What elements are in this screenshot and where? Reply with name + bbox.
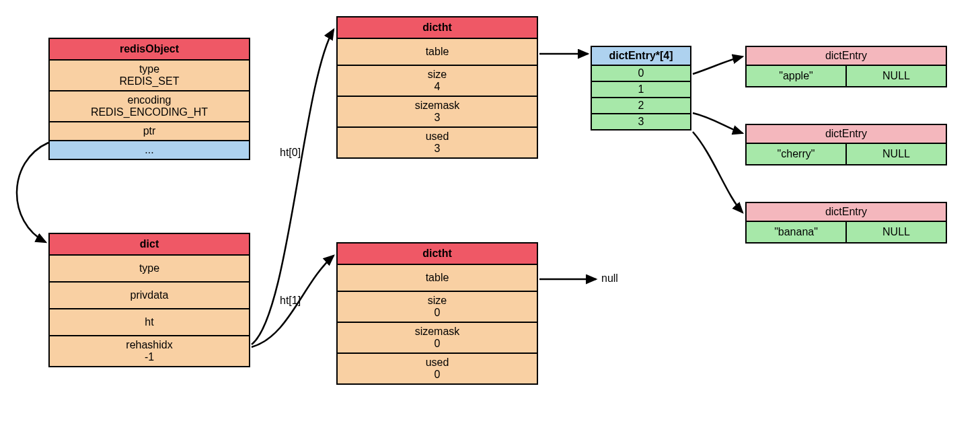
redis-object-title: redisObject <box>50 39 249 61</box>
dictht1-struct: dictht table size 0 sizemask 0 used 0 <box>336 242 538 385</box>
null-label: null <box>601 272 618 285</box>
dictht0-size-row: size 4 <box>338 66 537 97</box>
dict-entry-banana: dictEntry "banana" NULL <box>745 202 947 244</box>
dictht1-used-row: used 0 <box>338 354 537 383</box>
dict-entry-cherry-title: dictEntry <box>747 125 946 144</box>
redis-object-type-row: type REDIS_SET <box>50 61 249 91</box>
redis-object-rest-row: ... <box>50 141 249 159</box>
redis-object-encoding-row: encoding REDIS_ENCODING_HT <box>50 91 249 122</box>
dict-entry-apple: dictEntry "apple" NULL <box>745 46 947 87</box>
dict-privdata-row: privdata <box>50 283 249 309</box>
dict-type-row: type <box>50 256 249 283</box>
redis-object-ptr-row: ptr <box>50 122 249 141</box>
dict-entry-apple-key: "apple" <box>747 66 847 86</box>
dict-struct: dict type privdata ht rehashidx -1 <box>48 233 250 367</box>
dictht1-size-row: size 0 <box>338 292 537 323</box>
dict-entry-array-title: dictEntry*[4] <box>592 47 690 66</box>
dictht1-title: dictht <box>338 244 537 265</box>
dictht0-used-row: used 3 <box>338 128 537 157</box>
dictht1-table-row: table <box>338 265 537 292</box>
dict-entry-apple-next: NULL <box>847 66 946 86</box>
ht0-label: ht[0] <box>280 147 301 159</box>
dict-entry-banana-key: "banana" <box>747 222 847 242</box>
dict-entry-cherry-next: NULL <box>847 144 946 164</box>
dictht0-sizemask-row: sizemask 3 <box>338 97 537 128</box>
dictht1-sizemask-row: sizemask 0 <box>338 323 537 354</box>
dict-title: dict <box>50 234 249 256</box>
dictht0-table-row: table <box>338 39 537 66</box>
dict-entry-array-slot-0: 0 <box>592 66 690 82</box>
dict-entry-array-slot-1: 1 <box>592 82 690 98</box>
dict-entry-banana-title: dictEntry <box>747 203 946 222</box>
dict-entry-array: dictEntry*[4] 0 1 2 3 <box>591 46 691 131</box>
ht1-label: ht[1] <box>280 295 301 307</box>
dictht0-struct: dictht table size 4 sizemask 3 used 3 <box>336 16 538 159</box>
dict-entry-apple-title: dictEntry <box>747 47 946 66</box>
dict-ht-row: ht <box>50 309 249 336</box>
redis-object-struct: redisObject type REDIS_SET encoding REDI… <box>48 38 250 160</box>
dict-entry-cherry: dictEntry "cherry" NULL <box>745 124 947 165</box>
dict-entry-cherry-key: "cherry" <box>747 144 847 164</box>
dict-entry-array-slot-2: 2 <box>592 98 690 114</box>
dictht0-title: dictht <box>338 17 537 39</box>
dict-rehashidx-row: rehashidx -1 <box>50 336 249 366</box>
dict-entry-banana-next: NULL <box>847 222 946 242</box>
dict-entry-array-slot-3: 3 <box>592 114 690 129</box>
